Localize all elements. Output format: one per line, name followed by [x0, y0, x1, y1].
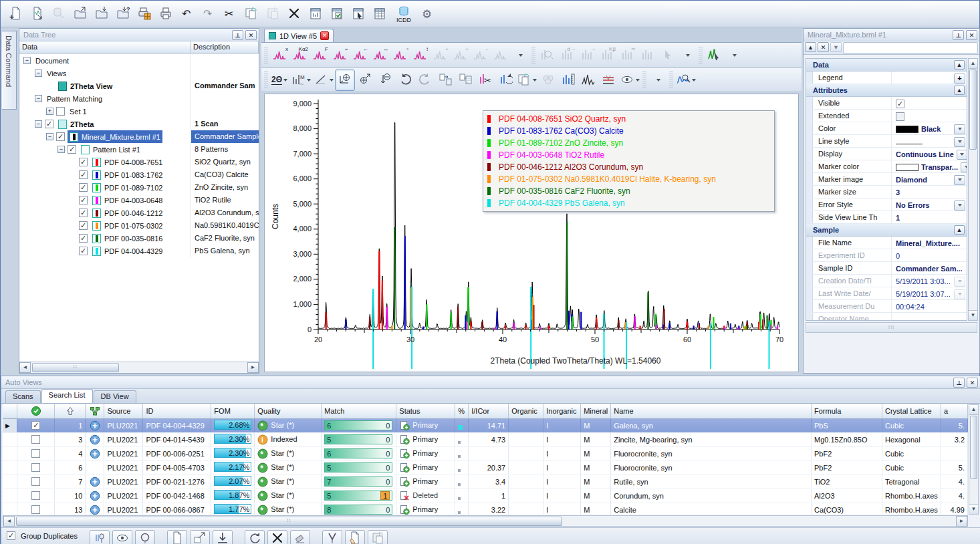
move-up-icon[interactable]: ▲	[805, 42, 816, 52]
row-selector[interactable]	[3, 432, 17, 446]
dropdown-icon[interactable]	[954, 289, 965, 299]
import-button[interactable]	[92, 3, 112, 25]
column-header-mineral[interactable]: Mineral	[581, 404, 611, 418]
tree-row[interactable]: ✓PDF 00-046-1212Al2O3 Corundum, sy	[19, 207, 259, 219]
expand-cell[interactable]	[86, 432, 104, 446]
row-checkbox[interactable]	[31, 505, 40, 514]
print-report-button[interactable]	[134, 3, 154, 25]
tree-row[interactable]: ✓PDF 00-035-0816CaF2 Fluorite, syn	[19, 232, 259, 245]
pin-icon[interactable]: ⊥	[953, 378, 965, 388]
refresh-list-button[interactable]	[245, 530, 265, 544]
tree-row[interactable]: −Views	[19, 67, 259, 80]
tree-row[interactable]: ✓PDF 01-083-1762Ca(CO3) Calcite	[19, 168, 259, 181]
row-checkbox[interactable]	[31, 463, 40, 472]
column-header-name[interactable]: Name	[611, 404, 812, 418]
properties-vscrollbar[interactable]: ▲ ▼	[968, 58, 978, 321]
visibility-button[interactable]	[618, 70, 641, 91]
collapse-icon[interactable]: −	[35, 70, 42, 77]
description-column-header[interactable]: Description	[191, 41, 259, 53]
preview-eye-button[interactable]	[112, 530, 132, 544]
bars-cut-tool[interactable]: ✂	[617, 45, 637, 66]
export-button[interactable]	[70, 3, 90, 25]
column-header-inorganic[interactable]: Inorganic	[543, 404, 581, 418]
expand-cell[interactable]	[86, 503, 104, 515]
column-header-icon[interactable]	[55, 404, 86, 418]
delete-button[interactable]	[284, 3, 304, 25]
property-value[interactable]	[892, 313, 967, 321]
tab-search-list[interactable]: Search List	[41, 389, 93, 403]
tree-checkbox[interactable]: ✓	[79, 183, 88, 192]
search-result-row[interactable]: 6PLU2021PDF 04-005-47032.17%*Star (*)50P…	[3, 460, 968, 474]
checkbox-cell[interactable]	[17, 503, 55, 515]
panel-splitter[interactable]: ⁞⁞⁞	[806, 322, 977, 333]
column-header-formula[interactable]: Formula	[812, 404, 882, 418]
dropdown-icon[interactable]	[954, 124, 965, 134]
tree-row[interactable]: +Set 1	[19, 105, 259, 118]
append-database-button[interactable]	[49, 3, 69, 25]
checkbox-cell[interactable]	[17, 446, 55, 460]
appearance-tool[interactable]	[704, 45, 724, 66]
redo-button[interactable]: ↷	[199, 3, 219, 25]
search-result-row[interactable]: ▶✓1PLU2021PDF 04-004-43292.68%*Star (*)6…	[3, 418, 968, 432]
icdd-database-button[interactable]: ICDD	[391, 3, 416, 25]
expand-duplicates-icon[interactable]	[90, 477, 100, 487]
property-value[interactable]: Commander Sam...	[892, 262, 967, 274]
column-header-status[interactable]: Status	[396, 404, 455, 418]
expand-icon[interactable]: +	[46, 108, 53, 115]
merge-v-button[interactable]	[322, 530, 342, 544]
collapse-icon[interactable]: −	[46, 133, 53, 140]
property-value[interactable]: 5/19/2011 3:07...	[892, 287, 967, 299]
column-header-id[interactable]: ID	[143, 404, 211, 418]
row-selector[interactable]	[3, 489, 17, 503]
peak-area-button[interactable]	[578, 70, 598, 91]
more-tools-dropdown[interactable]	[510, 45, 530, 66]
row-checkbox[interactable]	[31, 491, 40, 500]
open-scan-button[interactable]	[27, 3, 47, 25]
expand-duplicates-icon[interactable]	[90, 491, 100, 501]
property-value[interactable]: Mineral_Mixture....	[892, 237, 967, 249]
chart-plot-area[interactable]: 01,0002,0003,0004,0005,0006,0007,0008,00…	[264, 94, 799, 372]
property-value[interactable]: 00:04:24	[892, 300, 967, 312]
print-button[interactable]	[156, 3, 176, 25]
bars-cursor-tool[interactable]	[657, 45, 677, 66]
property-value[interactable]: ✓	[892, 97, 967, 109]
data-column-header[interactable]: Data	[19, 41, 191, 53]
table-window-button[interactable]	[370, 3, 390, 25]
zoom-select-button[interactable]	[335, 70, 355, 91]
tree-checkbox[interactable]: ✓	[68, 145, 76, 154]
strip-x-tool[interactable]: x	[269, 45, 289, 66]
tree-checkbox[interactable]: ✓	[79, 247, 88, 255]
smooth-tool[interactable]: ⌐	[330, 45, 350, 66]
column-header-icon[interactable]	[17, 404, 55, 418]
strip-kalpha2-tool[interactable]: Kα2	[289, 45, 310, 66]
extra-dropdown[interactable]	[648, 70, 668, 91]
row-selector[interactable]	[3, 460, 17, 474]
merge-button[interactable]	[538, 70, 558, 91]
expand-duplicates-icon[interactable]	[90, 420, 100, 431]
column-header-a[interactable]: a	[941, 404, 967, 418]
tree-checkbox[interactable]: ✓	[79, 234, 88, 243]
collapse-icon[interactable]: −	[35, 95, 42, 102]
expand-duplicates-icon[interactable]	[90, 434, 100, 445]
column-header-icon[interactable]	[86, 404, 104, 418]
row-checkbox[interactable]	[31, 435, 40, 444]
checkbox-cell[interactable]	[17, 489, 55, 503]
property-value[interactable]: 0	[892, 249, 967, 261]
copy-to-window-button[interactable]	[435, 70, 455, 91]
property-value[interactable]: 5/19/2011 3:03...	[892, 275, 967, 287]
pin-icon[interactable]: ⊥	[232, 30, 243, 40]
property-value[interactable]: Black	[892, 122, 967, 134]
data-command-tab[interactable]: Data Command	[2, 31, 17, 110]
cut-curve-button[interactable]: ✂	[475, 70, 495, 91]
tree-checkbox[interactable]	[56, 107, 65, 116]
baseline-button[interactable]	[598, 70, 618, 91]
property-value[interactable]: 3	[892, 186, 967, 198]
download-list-button[interactable]	[213, 530, 233, 544]
stretch-scale-tool[interactable]: ↔	[370, 45, 390, 66]
tree-checkbox[interactable]: ✓	[79, 170, 88, 179]
close-icon[interactable]: ✕	[967, 378, 978, 388]
scroll-right-icon[interactable]: ►	[247, 362, 259, 373]
tree-row[interactable]: −Document	[19, 54, 259, 67]
tree-checkbox[interactable]: ✓	[79, 158, 88, 166]
y-axis-mode-button[interactable]: M	[289, 70, 312, 91]
